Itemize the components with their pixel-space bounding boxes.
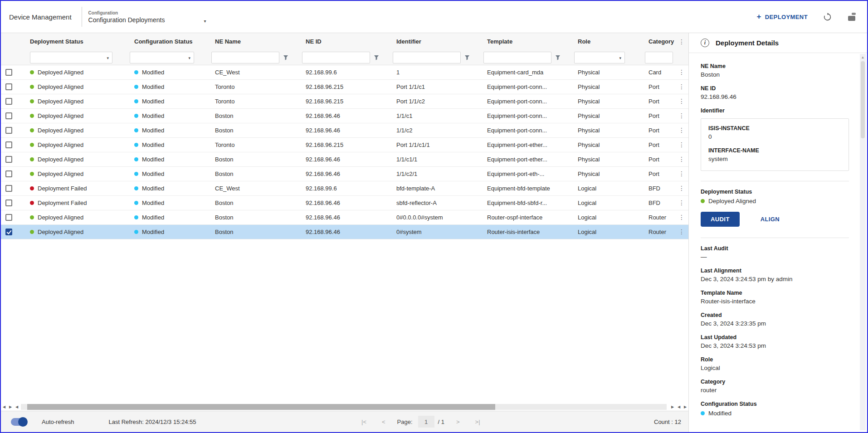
table-row[interactable]: Deployed AlignedModifiedBoston92.168.96.… xyxy=(1,123,688,138)
column-header-template[interactable]: Template xyxy=(480,38,571,45)
filter-configuration-status[interactable]: ▾ xyxy=(130,52,194,63)
filter-ne-name-input[interactable] xyxy=(212,52,279,63)
column-settings-icon[interactable]: ⋮ xyxy=(678,38,685,45)
ne-name-cell: CE_West xyxy=(208,185,298,192)
horizontal-scrollbar[interactable]: ◀ ▶ ◀ ▶ ◀ ▶ xyxy=(1,403,688,411)
column-header-configuration-status[interactable]: Configuration Status xyxy=(127,38,208,45)
configuration-status-cell: Modified xyxy=(127,141,208,148)
configuration-status-cell: Modified xyxy=(127,214,208,221)
row-checkbox[interactable] xyxy=(5,170,12,177)
row-checkbox[interactable] xyxy=(5,112,12,119)
scrollbar-thumb[interactable] xyxy=(27,404,495,410)
status-dot-cyan xyxy=(134,230,138,234)
filter-ne-id[interactable] xyxy=(302,52,370,63)
row-checkbox[interactable] xyxy=(5,229,12,235)
view-picker[interactable]: Configuration Configuration Deployments … xyxy=(88,10,206,24)
table-row[interactable]: Deployed AlignedModifiedBoston92.168.96.… xyxy=(1,210,688,225)
table-row[interactable]: Deployed AlignedModifiedBoston92.168.96.… xyxy=(1,167,688,181)
column-header-ne-name[interactable]: NE Name xyxy=(208,38,298,45)
scroll-up-icon[interactable]: ▲ xyxy=(860,55,866,59)
first-page-button[interactable]: |< xyxy=(361,418,366,425)
align-button[interactable]: ALIGN xyxy=(761,216,780,223)
template-cell: Router-ospf-interface xyxy=(480,214,571,221)
funnel-icon[interactable] xyxy=(283,55,288,60)
table-row[interactable]: Deployed AlignedModifiedToronto92.168.96… xyxy=(1,80,688,94)
scroll-step-right-icon[interactable]: ▶ xyxy=(669,405,676,409)
table-row[interactable]: Deployed AlignedModifiedBoston92.168.96.… xyxy=(1,109,688,123)
filter-template[interactable] xyxy=(483,52,551,63)
row-actions-icon[interactable]: ⋮ xyxy=(678,156,685,163)
isis-instance-value: 0 xyxy=(708,133,841,140)
scroll-right-icon[interactable]: ▶ xyxy=(682,405,688,409)
row-actions-icon[interactable]: ⋮ xyxy=(678,185,685,192)
refresh-button[interactable] xyxy=(823,13,832,21)
filter-template-input[interactable] xyxy=(484,52,551,63)
template-cell: Equipment-port-ether... xyxy=(480,141,571,148)
table-row[interactable]: Deployed AlignedModifiedBoston92.168.96.… xyxy=(1,225,688,239)
column-header-identifier[interactable]: Identifier xyxy=(389,38,480,45)
row-checkbox[interactable] xyxy=(5,83,12,90)
row-checkbox[interactable] xyxy=(5,69,12,76)
filter-identifier-input[interactable] xyxy=(393,52,460,63)
funnel-icon[interactable] xyxy=(374,55,379,60)
filter-configuration-status-input[interactable] xyxy=(130,52,194,63)
row-actions-icon[interactable]: ⋮ xyxy=(678,112,685,119)
table-row[interactable]: Deployed AlignedModifiedToronto92.168.96… xyxy=(1,94,688,109)
row-checkbox[interactable] xyxy=(5,214,12,221)
funnel-icon[interactable] xyxy=(464,55,470,60)
auto-refresh-toggle[interactable] xyxy=(11,418,27,426)
identifier-cell: bfd-template-A xyxy=(389,185,480,192)
scroll-left-icon[interactable]: ◀ xyxy=(676,405,682,409)
funnel-icon[interactable] xyxy=(555,55,561,60)
filter-identifier[interactable] xyxy=(393,52,461,63)
row-actions-icon[interactable]: ⋮ xyxy=(678,228,685,235)
add-deployment-button[interactable]: + DEPLOYMENT xyxy=(756,12,808,21)
row-checkbox[interactable] xyxy=(5,98,12,105)
scroll-left-icon[interactable]: ◀ xyxy=(1,405,7,409)
row-actions-icon[interactable]: ⋮ xyxy=(678,214,685,221)
deployment-status-text: Deployed Aligned xyxy=(38,214,83,221)
row-checkbox[interactable] xyxy=(5,156,12,163)
row-actions-icon[interactable]: ⋮ xyxy=(678,141,685,148)
filter-deployment-status-input[interactable] xyxy=(30,52,112,63)
filter-category-input[interactable] xyxy=(645,52,673,63)
filter-deployment-status[interactable]: ▾ xyxy=(30,52,112,63)
filter-role-input[interactable] xyxy=(575,52,624,63)
row-checkbox[interactable] xyxy=(5,185,12,192)
row-actions-icon[interactable]: ⋮ xyxy=(678,83,685,90)
last-page-button[interactable]: >| xyxy=(475,418,480,425)
row-checkbox[interactable] xyxy=(5,199,12,206)
configuration-status-cell: Modified xyxy=(127,229,208,235)
row-actions-icon[interactable]: ⋮ xyxy=(678,170,685,177)
row-actions-icon[interactable]: ⋮ xyxy=(678,199,685,206)
table-row[interactable]: Deployment FailedModifiedCE_West92.168.9… xyxy=(1,181,688,196)
scroll-step-left-icon[interactable]: ◀ xyxy=(14,405,20,409)
row-actions-icon[interactable]: ⋮ xyxy=(678,97,685,105)
column-header-deployment-status[interactable]: Deployment Status xyxy=(23,38,127,45)
row-actions-icon[interactable]: ⋮ xyxy=(678,126,685,134)
scrollbar-track[interactable] xyxy=(21,404,667,410)
row-checkbox[interactable] xyxy=(5,127,12,134)
table-row[interactable]: Deployed AlignedModifiedBoston92.168.96.… xyxy=(1,152,688,167)
page-number-input[interactable] xyxy=(418,416,434,428)
panel-scrollbar[interactable]: ▲ xyxy=(860,54,866,430)
row-actions-icon[interactable]: ⋮ xyxy=(678,68,685,76)
filter-role[interactable]: ▾ xyxy=(574,52,625,63)
panel-scrollbar-thumb[interactable] xyxy=(861,61,865,138)
filter-category[interactable] xyxy=(645,52,673,63)
scroll-right-icon[interactable]: ▶ xyxy=(7,405,14,409)
column-header-role[interactable]: Role xyxy=(571,38,641,45)
audit-button[interactable]: AUDIT xyxy=(701,212,740,227)
table-row[interactable]: Deployment FailedModifiedBoston92.168.96… xyxy=(1,196,688,210)
column-header-category[interactable]: Category xyxy=(641,38,675,45)
row-checkbox[interactable] xyxy=(5,141,12,148)
column-header-ne-id[interactable]: NE ID xyxy=(298,38,389,45)
panel-toggle-button[interactable] xyxy=(847,12,856,21)
table-row[interactable]: Deployed AlignedModifiedCE_West92.168.99… xyxy=(1,65,688,80)
filter-ne-name[interactable] xyxy=(211,52,279,63)
row-actions-cell: ⋮ xyxy=(675,156,688,163)
filter-ne-id-input[interactable] xyxy=(302,52,370,63)
next-page-button[interactable]: > xyxy=(456,418,460,425)
prev-page-button[interactable]: < xyxy=(382,418,385,425)
table-row[interactable]: Deployed AlignedModifiedToronto92.168.96… xyxy=(1,138,688,152)
